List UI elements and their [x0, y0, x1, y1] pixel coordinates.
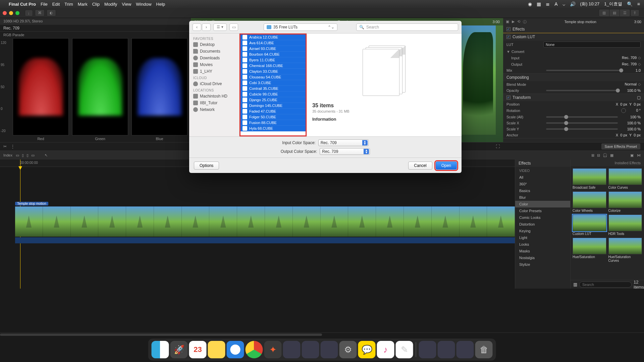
dock-chrome[interactable]	[246, 341, 263, 358]
dock-app-2[interactable]	[302, 341, 319, 358]
options-button[interactable]: Options	[194, 162, 219, 170]
save-effects-preset-button[interactable]: Save Effects Preset	[601, 143, 641, 150]
convert-disclosure-icon[interactable]: ▼	[506, 50, 510, 54]
file-row[interactable]: Contrail 35.CUBE	[240, 86, 306, 92]
dialog-file-list[interactable]: Arabica 12.CUBEAva 614.CUBEAzrael 93.CUB…	[239, 34, 307, 136]
fx-item[interactable]: HDR Tools	[608, 215, 642, 236]
opacity-slider[interactable]	[546, 90, 618, 91]
scope-mode-label[interactable]: RGB Parade	[0, 32, 191, 38]
status-icon-3[interactable]: ≣	[546, 1, 550, 7]
dock-app-3[interactable]	[321, 341, 338, 358]
fullscreen-icon[interactable]: ⛶	[496, 144, 500, 149]
scale-y-value[interactable]: 100.0 %	[621, 127, 641, 131]
fx-category[interactable]: Light	[515, 234, 570, 241]
scale-x-slider[interactable]	[546, 122, 618, 124]
file-row[interactable]: Folger 50.CUBE	[240, 114, 306, 120]
mix-slider[interactable]	[546, 70, 621, 71]
scale-y-slider[interactable]	[546, 128, 618, 130]
fx-item[interactable]: Hue/Saturation Curves	[608, 238, 642, 262]
fx-item[interactable]: Colorize	[608, 191, 642, 213]
close-window[interactable]	[3, 11, 7, 15]
sidebar-movies[interactable]: Movies	[189, 61, 239, 68]
effects-checkbox[interactable]	[506, 27, 511, 31]
menubar-user[interactable]: 1_이효열	[604, 1, 622, 7]
custom-lut-checkbox[interactable]	[506, 35, 511, 39]
layout-browser-icon[interactable]: ▥	[599, 9, 609, 16]
sidebar-documents[interactable]: Documents	[189, 48, 239, 55]
sidebar-tutor[interactable]: IIBI_Tutor	[189, 100, 239, 106]
fx-item[interactable]: Color Curves	[608, 168, 642, 189]
dock-notes[interactable]	[208, 341, 225, 358]
open-button[interactable]: Open	[436, 162, 457, 170]
app-name[interactable]: Final Cut Pro	[9, 2, 36, 7]
dialog-path-dropdown[interactable]: 35 Free LUTs ⌃⌄	[264, 23, 337, 31]
fx-category[interactable]: Color Presets	[515, 207, 570, 214]
fx-category[interactable]: 360°	[515, 181, 570, 187]
dialog-forward-button[interactable]: ›	[202, 23, 211, 31]
file-row[interactable]: Clouseau 54.CUBE	[240, 74, 306, 80]
anchor-value[interactable]: X 0 px Y 0 px	[543, 133, 641, 137]
dock-systemprefs[interactable]: ⚙	[339, 341, 357, 358]
position-x[interactable]: X 0 px Y 0 px	[543, 102, 641, 106]
menu-file[interactable]: File	[41, 2, 48, 7]
scale-all-value[interactable]: 100 %	[621, 115, 641, 119]
volume-icon[interactable]: 🔊	[570, 1, 576, 7]
dock-finder[interactable]	[152, 341, 169, 358]
zoom-window[interactable]	[15, 11, 19, 15]
lut-dropdown[interactable]: None	[543, 42, 641, 48]
fx-item[interactable]: Broadcast Safe	[573, 168, 606, 189]
dock-stack-1[interactable]	[419, 341, 436, 358]
file-row[interactable]: Cobi 3.CUBE	[240, 80, 306, 86]
timeline-index-button[interactable]: Index	[3, 153, 12, 157]
opacity-value[interactable]: 100.0 %	[621, 88, 641, 93]
fx-category[interactable]: Distortion	[515, 221, 570, 228]
spotlight-icon[interactable]: 🔍	[627, 1, 633, 7]
dock-launchpad[interactable]: 🚀	[170, 341, 188, 358]
timeline-clip[interactable]: Temple stop motion	[15, 206, 515, 237]
file-row[interactable]: Chemical 168.CUBE	[240, 63, 306, 69]
dialog-back-button[interactable]: ‹	[193, 23, 201, 31]
rotation-value[interactable]: 0 °	[543, 108, 641, 113]
file-row[interactable]: Clayton 33.CUBE	[240, 69, 306, 74]
fx-item[interactable]: Custom LUT	[573, 215, 606, 236]
share-button[interactable]: ⇪	[630, 9, 639, 16]
dock-textedit[interactable]: ✎	[396, 341, 413, 358]
menu-mark[interactable]: Mark	[78, 2, 88, 7]
inspector-tab-audio-icon[interactable]: ⟲	[517, 19, 520, 24]
menu-clip[interactable]: Clip	[92, 2, 100, 7]
menu-view[interactable]: View	[122, 2, 131, 7]
dialog-group-button[interactable]: ▭	[229, 23, 238, 31]
file-row[interactable]: Arabica 12.CUBE	[240, 35, 306, 40]
dialog-search[interactable]: 🔍 Search	[356, 23, 458, 31]
dock-finalcutpro[interactable]: ✦	[264, 341, 282, 358]
transform-viewer-icon[interactable]: ▢	[637, 95, 641, 100]
menu-trim[interactable]: Trim	[64, 2, 73, 7]
keyword-button[interactable]: ⌘	[35, 9, 45, 16]
insert-clip-icon[interactable]: ▯	[22, 153, 24, 158]
bg-tasks-button[interactable]: ◐	[47, 9, 56, 16]
layout-segmented[interactable]: ▥ ▤ ☰	[599, 9, 630, 17]
fx-category[interactable]: Comic Looks	[515, 214, 570, 221]
file-row[interactable]: Django 25.CUBE	[240, 97, 306, 103]
dock-itunes[interactable]: ♪	[377, 341, 394, 358]
transform-checkbox[interactable]	[506, 96, 511, 100]
inspector-tab-color-icon[interactable]: ▶	[512, 19, 515, 24]
layout-timeline-icon[interactable]: ▤	[609, 9, 620, 16]
fx-category[interactable]: Looks	[515, 241, 570, 248]
layout-inspector-icon[interactable]: ☰	[620, 9, 630, 16]
file-row[interactable]: Fusion 88.CUBE	[240, 120, 306, 126]
status-icon-1[interactable]: ◉	[528, 1, 532, 7]
tl-transitions-icon[interactable]: ⋈	[637, 153, 641, 158]
fx-category[interactable]: Keying	[515, 228, 570, 234]
transport-skimmer-icon[interactable]: ✂	[3, 144, 7, 149]
fx-category[interactable]: Masks	[515, 248, 570, 254]
inspector-tab-video-icon[interactable]: ▣	[506, 19, 509, 24]
fx-category[interactable]: Color	[515, 201, 570, 207]
scale-x-value[interactable]: 100.0 %	[621, 121, 641, 125]
dock-stack-2[interactable]	[438, 341, 455, 358]
menu-window[interactable]: Window	[136, 2, 151, 7]
fx-view-icon[interactable]: ▥	[573, 282, 577, 287]
arrow-tool-icon[interactable]: ↖	[45, 153, 48, 158]
mix-value[interactable]: 1.0	[624, 68, 641, 72]
file-row[interactable]: Bourbon 64.CUBE	[240, 52, 306, 57]
